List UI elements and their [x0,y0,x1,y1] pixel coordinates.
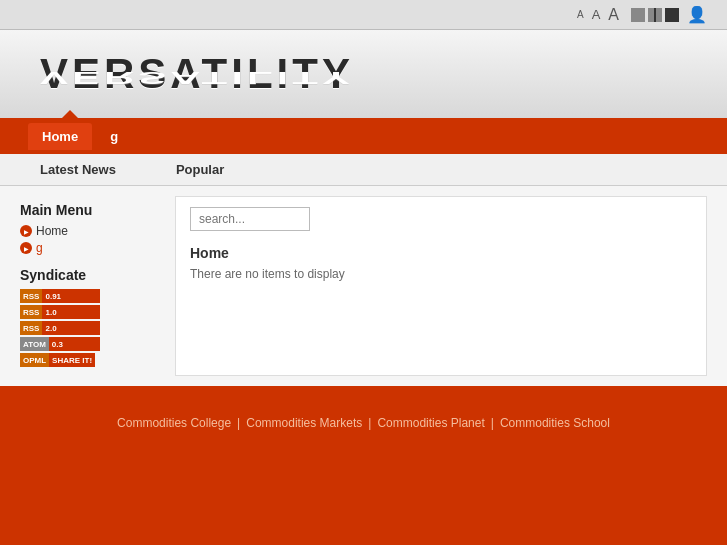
rss-10-badge[interactable]: RSS 1.0 [20,305,100,319]
main-content: Main Menu Home g Syndicate RSS 0.91 RSS … [0,186,727,386]
atom-value: 0.3 [49,337,100,351]
rss-20-badge[interactable]: RSS 2.0 [20,321,100,335]
rss-091-label: RSS [20,289,42,303]
font-size-medium-button[interactable]: A [592,7,601,22]
footer-separator-2: | [368,416,371,430]
footer-link-school[interactable]: Commodities School [500,416,610,430]
sidebar-item-home[interactable]: Home [20,224,165,238]
atom-03-badge[interactable]: ATOM 0.3 [20,337,100,351]
content-breadcrumb: Home [190,245,692,261]
logo: VERSATILITY [40,50,354,98]
footer-link-planet[interactable]: Commodities Planet [377,416,484,430]
layout-left-icon[interactable] [631,8,645,22]
footer-separator-1: | [237,416,240,430]
font-size-large-button[interactable]: A [608,6,619,24]
atom-label: ATOM [20,337,49,351]
syndicate-title: Syndicate [20,267,165,283]
opml-share-badge[interactable]: OPML SHARE IT! [20,353,100,367]
arrow-icon-g [20,242,32,254]
layout-switcher [631,8,679,22]
footer-link-markets[interactable]: Commodities Markets [246,416,362,430]
user-icon[interactable]: 👤 [687,5,707,24]
share-label: SHARE IT! [49,353,95,367]
search-input[interactable] [190,207,310,231]
font-size-small-button[interactable]: A [577,9,584,20]
nav-item-home[interactable]: Home [28,123,92,150]
footer: Commodities College | Commodities Market… [0,386,727,545]
content-area: Home There are no items to display [175,196,707,376]
sidebar: Main Menu Home g Syndicate RSS 0.91 RSS … [20,196,165,376]
rss-badges: RSS 0.91 RSS 1.0 RSS 2.0 ATOM 0.3 OPML S… [20,289,165,367]
top-bar: A A A 👤 [0,0,727,30]
footer-links: Commodities College | Commodities Market… [117,416,610,430]
arrow-icon-home [20,225,32,237]
rss-10-label: RSS [20,305,42,319]
content-empty-message: There are no items to display [190,267,692,281]
layout-center-icon[interactable] [648,8,662,22]
sidebar-item-g[interactable]: g [20,241,165,255]
nav-item-g[interactable]: g [96,123,132,150]
opml-label: OPML [20,353,49,367]
footer-link-college[interactable]: Commodities College [117,416,231,430]
rss-10-value: 1.0 [42,305,100,319]
rss-20-value: 2.0 [42,321,100,335]
footer-separator-3: | [491,416,494,430]
sidebar-item-home-label: Home [36,224,68,238]
rss-20-label: RSS [20,321,42,335]
sub-nav: Latest News Popular [0,154,727,186]
rss-091-badge[interactable]: RSS 0.91 [20,289,100,303]
main-menu-title: Main Menu [20,202,165,218]
rss-091-value: 0.91 [42,289,100,303]
header: VERSATILITY [0,30,727,118]
nav-bar: Home g [0,118,727,154]
layout-right-icon[interactable] [665,8,679,22]
subnav-latest-news[interactable]: Latest News [40,162,116,177]
subnav-popular[interactable]: Popular [176,162,224,177]
sidebar-item-g-label: g [36,241,43,255]
